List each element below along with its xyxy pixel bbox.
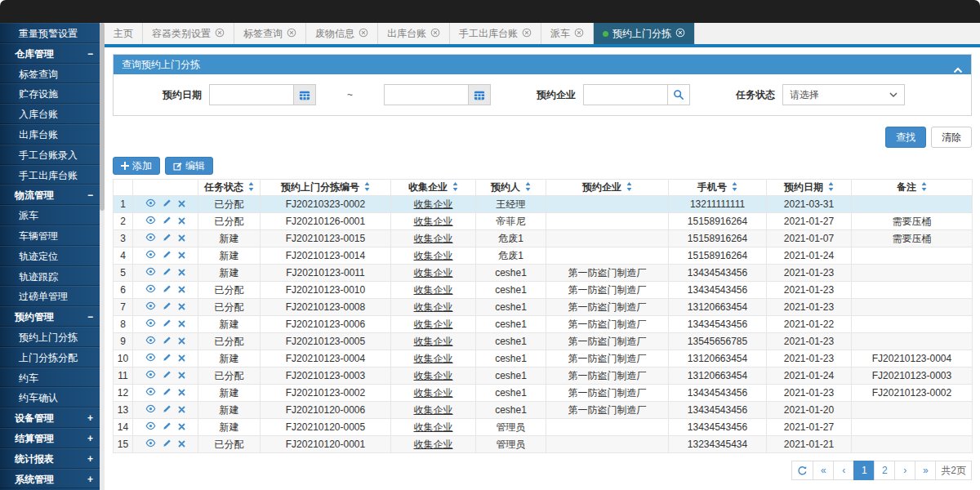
refresh-icon[interactable] [791,461,813,480]
sort-icon[interactable] [248,182,254,194]
edit-icon[interactable] [163,301,172,313]
view-icon[interactable] [145,404,156,416]
collector-link[interactable]: 收集企业 [414,318,453,330]
table-row[interactable]: 2已分配FJ20210126-0001收集企业帝菲尼15158916264202… [114,213,973,230]
column-header-7[interactable]: 备注 [852,180,973,196]
column-header-6[interactable]: 预约日期 [767,180,852,196]
collector-link[interactable]: 收集企业 [414,284,453,296]
sidebar-item-7[interactable]: 手工出库台账 [0,165,105,185]
cell-collector[interactable]: 收集企业 [391,385,476,402]
column-header-5[interactable]: 手机号 [669,180,767,196]
edit-icon[interactable] [163,439,172,450]
collector-link[interactable]: 收集企业 [414,301,453,313]
collector-link[interactable]: 收集企业 [414,421,453,433]
cell-collector[interactable]: 收集企业 [391,247,476,265]
tab-5[interactable]: 手工出库台账 [450,23,541,44]
cell-collector[interactable]: 收集企业 [391,419,476,436]
expand-plus-icon[interactable]: + [87,408,93,429]
collector-link[interactable]: 收集企业 [414,387,453,399]
tab-7[interactable]: 预约上门分拣 [594,23,695,44]
sidebar-item-10[interactable]: 车辆管理 [0,225,105,246]
view-icon[interactable] [145,318,156,330]
clear-button[interactable]: 清除 [931,127,972,148]
tab-4[interactable]: 出库台账 [378,23,450,44]
delete-icon[interactable] [178,421,185,433]
expand-plus-icon[interactable]: + [87,429,93,449]
prev-page-button[interactable]: ‹ [833,461,854,480]
sidebar-item-17[interactable]: 约车 [0,368,105,388]
last-page-button[interactable]: » [915,461,936,480]
sidebar-item-13[interactable]: 过磅单管理 [0,286,105,306]
view-icon[interactable] [145,387,156,399]
table-row[interactable]: 6已分配FJ20210123-0010收集企业ceshe1第一防盗门制造厂134… [114,282,973,299]
table-row[interactable]: 11已分配FJ20210123-0003收集企业ceshe1第一防盗门制造厂13… [114,368,973,385]
collapse-minus-icon[interactable]: − [87,44,93,65]
sidebar-item-1[interactable]: 仓库管理− [0,43,105,64]
view-icon[interactable] [145,439,156,450]
cell-collector[interactable]: 收集企业 [391,368,476,385]
delete-icon[interactable] [178,216,185,227]
view-icon[interactable] [145,370,156,381]
delete-icon[interactable] [178,301,185,313]
delete-icon[interactable] [178,387,185,399]
sort-icon[interactable] [364,182,370,194]
edit-icon[interactable] [163,353,172,364]
view-icon[interactable] [145,250,156,261]
sort-icon[interactable] [452,182,458,194]
view-icon[interactable] [145,284,156,296]
sidebar-item-16[interactable]: 上门分拣分配 [0,347,105,368]
delete-icon[interactable] [178,267,185,278]
edit-icon[interactable] [163,233,172,244]
delete-icon[interactable] [178,370,185,381]
delete-icon[interactable] [178,439,185,450]
next-page-button[interactable]: › [894,461,915,480]
delete-icon[interactable] [178,353,185,364]
collector-link[interactable]: 收集企业 [414,439,453,450]
sidebar-item-5[interactable]: 出库台账 [0,124,105,145]
sidebar-item-20[interactable]: 结算管理+ [0,428,105,448]
tab-close-icon[interactable] [522,28,532,40]
task-status-select[interactable]: 请选择 [782,84,905,105]
tab-close-icon[interactable] [359,28,368,40]
tab-2[interactable]: 标签查询 [234,23,306,44]
cell-collector[interactable]: 收集企业 [391,436,476,453]
table-row[interactable]: 9已分配FJ20210123-0005收集企业ceshe1第一防盗门制造厂135… [114,333,973,350]
tab-3[interactable]: 废物信息 [306,23,378,44]
tab-6[interactable]: 派车 [541,23,594,44]
sidebar-item-6[interactable]: 手工台账录入 [0,145,105,165]
collector-link[interactable]: 收集企业 [414,336,453,347]
cell-collector[interactable]: 收集企业 [391,402,476,419]
collapse-minus-icon[interactable]: − [87,307,93,327]
sidebar-item-12[interactable]: 轨迹跟踪 [0,266,105,287]
collapse-minus-icon[interactable]: − [87,185,93,206]
collector-link[interactable]: 收集企业 [414,370,453,381]
expand-plus-icon[interactable]: + [87,470,93,490]
view-icon[interactable] [145,301,156,313]
sidebar-item-19[interactable]: 设备管理+ [0,408,105,428]
delete-icon[interactable] [178,233,185,244]
first-page-button[interactable]: « [813,461,834,480]
search-icon[interactable] [667,84,690,105]
column-header-2[interactable]: 收集企业 [391,180,476,196]
cell-collector[interactable]: 收集企业 [391,333,476,350]
sidebar-item-11[interactable]: 轨迹定位 [0,246,105,266]
collector-link[interactable]: 收集企业 [414,198,453,210]
sort-icon[interactable] [921,182,927,194]
sidebar-item-4[interactable]: 入库台账 [0,104,105,124]
page-button-1[interactable]: 1 [853,461,875,480]
tab-close-icon[interactable] [215,28,225,40]
edit-button[interactable]: 编辑 [165,157,213,175]
sort-icon[interactable] [828,182,834,194]
cell-collector[interactable]: 收集企业 [391,316,476,333]
tab-0[interactable]: 主页 [105,23,143,44]
tab-close-icon[interactable] [675,28,685,40]
table-row[interactable]: 7已分配FJ20210123-0008收集企业ceshe1第一防盗门制造厂131… [114,299,973,316]
calendar-icon[interactable] [293,84,316,105]
cell-collector[interactable]: 收集企业 [391,350,476,368]
delete-icon[interactable] [178,336,185,347]
sidebar-item-18[interactable]: 约车确认 [0,387,105,408]
table-row[interactable]: 3新建FJ20210123-0015收集企业危废1151589162642021… [114,230,973,247]
delete-icon[interactable] [178,318,185,330]
cell-collector[interactable]: 收集企业 [391,265,476,282]
tab-close-icon[interactable] [574,28,584,40]
